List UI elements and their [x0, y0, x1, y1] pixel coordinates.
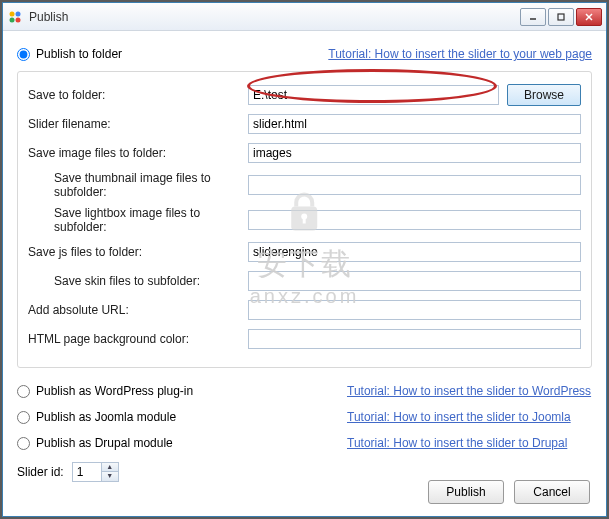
- titlebar: Publish: [3, 3, 606, 31]
- publish-to-folder-radio[interactable]: [17, 48, 30, 61]
- slider-filename-label: Slider filename:: [28, 117, 248, 131]
- slider-id-input[interactable]: [73, 463, 101, 481]
- save-js-input[interactable]: [248, 242, 581, 262]
- browse-button[interactable]: Browse: [507, 84, 581, 106]
- bg-color-label: HTML page background color:: [28, 332, 248, 346]
- publish-wordpress-option[interactable]: Publish as WordPress plug-in: [17, 384, 347, 398]
- publish-button[interactable]: Publish: [428, 480, 504, 504]
- save-js-label: Save js files to folder:: [28, 245, 248, 259]
- tutorial-drupal-link[interactable]: Tutorial: How to insert the slider to Dr…: [347, 436, 567, 450]
- svg-rect-5: [558, 14, 564, 20]
- slider-filename-input[interactable]: [248, 114, 581, 134]
- publish-folder-row: Publish to folder Tutorial: How to inser…: [17, 41, 592, 67]
- spin-up-icon[interactable]: ▲: [102, 463, 118, 472]
- publish-joomla-option[interactable]: Publish as Joomla module: [17, 410, 347, 424]
- save-folder-input[interactable]: [248, 85, 499, 105]
- app-icon: [7, 9, 23, 25]
- lightbox-subfolder-input[interactable]: [248, 210, 581, 230]
- window-controls: [520, 8, 602, 26]
- maximize-button[interactable]: [548, 8, 574, 26]
- slider-id-spinbox[interactable]: ▲ ▼: [72, 462, 119, 482]
- bg-color-input[interactable]: [248, 329, 581, 349]
- tutorial-wordpress-link[interactable]: Tutorial: How to insert the slider to Wo…: [347, 384, 591, 398]
- window-title: Publish: [29, 10, 520, 24]
- skin-subfolder-label: Save skin files to subfolder:: [28, 274, 248, 288]
- absolute-url-input[interactable]: [248, 300, 581, 320]
- publish-joomla-label: Publish as Joomla module: [36, 410, 176, 424]
- publish-joomla-radio[interactable]: [17, 411, 30, 424]
- save-images-input[interactable]: [248, 143, 581, 163]
- save-folder-label: Save to folder:: [28, 88, 248, 102]
- absolute-url-label: Add absolute URL:: [28, 303, 248, 317]
- save-images-label: Save image files to folder:: [28, 146, 248, 160]
- svg-point-1: [16, 11, 21, 16]
- svg-point-2: [10, 17, 15, 22]
- svg-point-3: [16, 17, 21, 22]
- thumb-subfolder-input[interactable]: [248, 175, 581, 195]
- svg-point-0: [10, 11, 15, 16]
- publish-wordpress-radio[interactable]: [17, 385, 30, 398]
- tutorial-joomla-link[interactable]: Tutorial: How to insert the slider to Jo…: [347, 410, 571, 424]
- spin-down-icon[interactable]: ▼: [102, 472, 118, 481]
- slider-id-label: Slider id:: [17, 465, 64, 479]
- content-area: Publish to folder Tutorial: How to inser…: [3, 31, 606, 492]
- slider-id-row: Slider id: ▲ ▼: [17, 462, 592, 482]
- minimize-button[interactable]: [520, 8, 546, 26]
- publish-dialog: Publish Publish to folder Tutorial: How …: [2, 2, 607, 517]
- lightbox-subfolder-label: Save lightbox image files to subfolder:: [28, 206, 248, 234]
- close-button[interactable]: [576, 8, 602, 26]
- skin-subfolder-input[interactable]: [248, 271, 581, 291]
- tutorial-webpage-link[interactable]: Tutorial: How to insert the slider to yo…: [328, 47, 592, 61]
- thumb-subfolder-label: Save thumbnail image files to subfolder:: [28, 171, 248, 199]
- publish-to-folder-label: Publish to folder: [36, 47, 122, 61]
- folder-settings-group: Save to folder: Browse Slider filename: …: [17, 71, 592, 368]
- publish-to-folder-option[interactable]: Publish to folder: [17, 47, 122, 61]
- dialog-buttons: Publish Cancel: [428, 480, 590, 504]
- publish-drupal-radio[interactable]: [17, 437, 30, 450]
- publish-drupal-option[interactable]: Publish as Drupal module: [17, 436, 347, 450]
- publish-wordpress-label: Publish as WordPress plug-in: [36, 384, 193, 398]
- publish-alternatives: Publish as WordPress plug-in Tutorial: H…: [17, 378, 592, 456]
- publish-drupal-label: Publish as Drupal module: [36, 436, 173, 450]
- cancel-button[interactable]: Cancel: [514, 480, 590, 504]
